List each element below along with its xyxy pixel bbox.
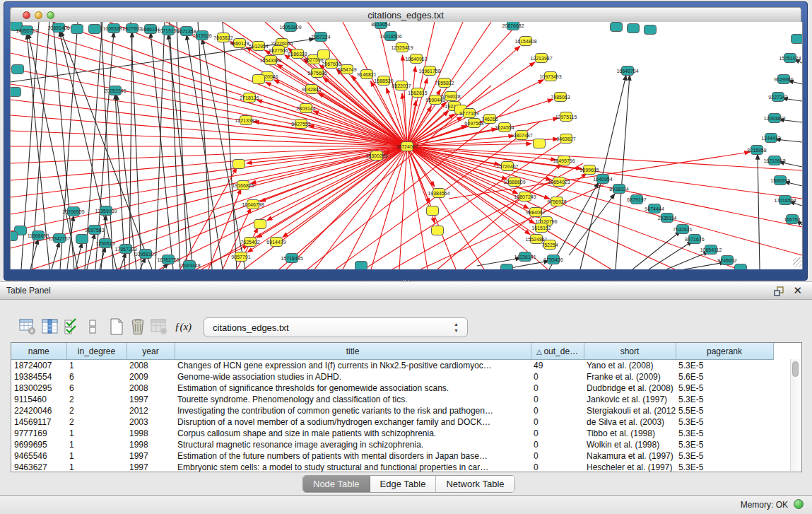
table-scrollbar-thumb[interactable] bbox=[792, 361, 799, 377]
graph-node[interactable] bbox=[233, 160, 245, 169]
table-cell[interactable]: 9115460 bbox=[11, 394, 66, 405]
graph-node[interactable]: 1588520 bbox=[374, 76, 393, 86]
table-cell[interactable]: 0 bbox=[531, 439, 584, 450]
table-cell[interactable]: 9699695 bbox=[11, 439, 66, 450]
table-cell[interactable]: 5.6E-5 bbox=[676, 371, 773, 382]
graph-node[interactable]: 9857791 bbox=[231, 252, 250, 262]
graph-node[interactable]: 7955812 bbox=[435, 78, 454, 88]
table-row[interactable]: 946362711997Embryonic stem cells: a mode… bbox=[11, 462, 773, 472]
table-row[interactable]: 911546021997Tourette syndrome. Phenomeno… bbox=[11, 394, 773, 405]
table-cell[interactable]: Jankovic et al. (1997) bbox=[584, 394, 676, 405]
graph-node[interactable]: 19384554 bbox=[428, 189, 449, 198]
graph-node[interactable] bbox=[11, 88, 21, 97]
graph-node[interactable]: 15718485 bbox=[281, 254, 302, 263]
table-mode-icon[interactable] bbox=[18, 317, 37, 337]
table-cell[interactable]: Genome-wide association studies in ADHD. bbox=[175, 371, 531, 382]
table-cell[interactable]: Structural magnetic resonance image aver… bbox=[175, 439, 531, 450]
table-cell[interactable]: 0 bbox=[531, 405, 584, 416]
table-cell[interactable]: 2008 bbox=[126, 382, 175, 394]
table-cell[interactable]: 5.3E-5 bbox=[676, 439, 773, 450]
memory-ok-icon[interactable] bbox=[794, 499, 804, 509]
graph-node[interactable]: 752254 bbox=[541, 240, 558, 250]
table-cell[interactable]: 18300295 bbox=[11, 382, 66, 394]
graph-node[interactable]: 19654923 bbox=[548, 177, 570, 187]
graph-node[interactable]: 116753 bbox=[784, 215, 801, 224]
graph-node[interactable]: 12213383 bbox=[235, 116, 257, 125]
table-cell[interactable]: 5.3E-5 bbox=[676, 416, 773, 428]
close-panel-icon[interactable]: ✕ bbox=[793, 284, 802, 297]
table-cell[interactable]: Nakamura et al. (1997) bbox=[584, 450, 676, 462]
graph-node[interactable]: 9529966 bbox=[774, 75, 793, 84]
graph-node[interactable]: 10958107 bbox=[134, 250, 156, 259]
graph-node[interactable]: 7485063 bbox=[551, 93, 570, 102]
delete-table-icon[interactable] bbox=[150, 317, 168, 337]
graph-node[interactable]: 15720407 bbox=[496, 162, 518, 171]
graph-node[interactable]: 8522037 bbox=[392, 81, 411, 90]
table-cell[interactable]: Estimation of the future numbers of pati… bbox=[175, 450, 531, 462]
table-cell[interactable]: de Silva et al. (2003) bbox=[584, 416, 676, 428]
graph-node[interactable]: 6914479 bbox=[266, 238, 286, 247]
graph-node[interactable]: 20891406 bbox=[47, 23, 69, 33]
table-cell[interactable]: 6 bbox=[66, 371, 126, 382]
table-row[interactable]: 1938455462009Genome-wide association stu… bbox=[11, 371, 773, 382]
table-cell[interactable]: 6 bbox=[66, 382, 126, 394]
table-row[interactable]: 946554611997Estimation of the future num… bbox=[11, 450, 773, 462]
tab-network-table[interactable]: Network Table bbox=[436, 476, 514, 492]
table-cell[interactable]: 5.9E-5 bbox=[676, 382, 773, 394]
table-cell[interactable]: 0 bbox=[531, 394, 584, 405]
graph-node[interactable] bbox=[501, 264, 513, 270]
graph-node[interactable] bbox=[792, 35, 803, 44]
graph-node[interactable]: 2718126 bbox=[240, 93, 259, 103]
table-cell[interactable]: 0 bbox=[531, 371, 584, 382]
graph-node[interactable] bbox=[318, 50, 330, 59]
column-header-year[interactable]: year bbox=[126, 343, 175, 360]
function-builder-icon[interactable]: ƒ(x) bbox=[174, 317, 192, 337]
graph-node[interactable]: 9227343 bbox=[768, 93, 787, 102]
graph-node[interactable] bbox=[432, 226, 444, 235]
table-cell[interactable]: 1997 bbox=[126, 450, 175, 462]
table-cell[interactable]: Estimation of significance thresholds fo… bbox=[175, 382, 531, 394]
table-cell[interactable]: 2009 bbox=[126, 371, 175, 382]
graph-node[interactable]: 1753426 bbox=[543, 255, 563, 264]
table-cell[interactable]: 1 bbox=[66, 439, 126, 450]
table-cell[interactable]: 2 bbox=[66, 394, 126, 405]
graph-node[interactable]: 16543382 bbox=[259, 56, 281, 65]
graph-node[interactable]: 5912954 bbox=[249, 42, 268, 51]
table-cell[interactable]: Hescheler et al. (1997) bbox=[584, 462, 676, 472]
graph-node[interactable] bbox=[735, 264, 747, 270]
table-cell[interactable]: 1 bbox=[66, 360, 126, 372]
graph-node[interactable]: 7857224 bbox=[311, 33, 330, 42]
network-canvas[interactable]: 1405571720891406106532871527602946616110… bbox=[10, 22, 803, 269]
table-cell[interactable]: Yano et al. (2008) bbox=[584, 360, 676, 372]
graph-node[interactable]: 18640910 bbox=[405, 54, 427, 64]
graph-node[interactable] bbox=[355, 262, 367, 270]
table-cell[interactable]: 5.3E-5 bbox=[676, 428, 773, 439]
tab-node-table[interactable]: Node Table bbox=[303, 476, 370, 492]
graph-node[interactable]: 7632621 bbox=[673, 225, 692, 234]
table-cell[interactable]: 5.5E-5 bbox=[676, 405, 773, 416]
table-cell[interactable]: Franke et al. (2009) bbox=[584, 371, 676, 382]
table-row[interactable]: 1456911722003Disruption of a novel membe… bbox=[11, 416, 773, 428]
show-columns-icon[interactable] bbox=[41, 317, 59, 337]
graph-node[interactable]: 9463627 bbox=[556, 134, 575, 144]
table-cell[interactable]: 0 bbox=[531, 462, 584, 472]
graph-node[interactable]: 10654112 bbox=[700, 245, 722, 255]
table-cell[interactable]: Stergiakouli et al. (2012) bbox=[584, 405, 676, 416]
column-header-name[interactable]: name bbox=[11, 343, 66, 360]
table-cell[interactable]: Wolkin et al. (1998) bbox=[584, 439, 676, 450]
graph-node[interactable] bbox=[76, 235, 88, 244]
table-cell[interactable]: 0 bbox=[531, 382, 584, 394]
table-cell[interactable]: 9777169 bbox=[11, 428, 66, 439]
graph-node[interactable]: 9899695 bbox=[579, 165, 599, 175]
graph-node[interactable] bbox=[427, 206, 439, 216]
graph-node[interactable]: 9474444 bbox=[645, 204, 664, 214]
graph-node[interactable]: 20206535 bbox=[62, 207, 84, 216]
float-panel-icon[interactable] bbox=[774, 286, 784, 296]
graph-node[interactable]: 10807487 bbox=[510, 131, 532, 140]
table-row[interactable]: 969969511998Structural magnetic resonanc… bbox=[11, 439, 773, 450]
graph-node[interactable]: 16210643 bbox=[763, 156, 785, 165]
table-cell[interactable]: 9463627 bbox=[11, 462, 66, 472]
table-cell[interactable]: 9465546 bbox=[11, 450, 66, 462]
table-cell[interactable]: Tourette syndrome. Phenomenology and cla… bbox=[175, 394, 531, 405]
table-row[interactable]: 1830029562008Estimation of significance … bbox=[11, 382, 773, 394]
